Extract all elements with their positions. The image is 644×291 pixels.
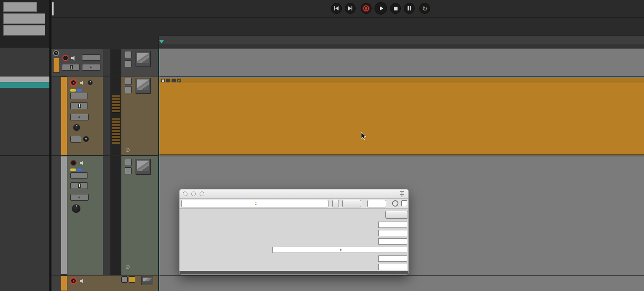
record-arm-button[interactable] [70, 160, 77, 166]
fx-window-titlebar[interactable] [180, 189, 408, 199]
fx-chain-item-midi-taps-repeater[interactable] [0, 77, 49, 82]
highest-key-slider[interactable] [272, 264, 375, 270]
toolbar-splitter-handle[interactable] [52, 2, 54, 15]
solo-button[interactable] [125, 86, 132, 93]
fx-window-footer[interactable] [180, 271, 408, 275]
solo-button[interactable] [125, 60, 132, 67]
record-arm-button[interactable] [62, 55, 69, 61]
folder-collapse-button[interactable]: ▾ [53, 50, 59, 56]
item-pool-icon[interactable]: ⇄ [177, 79, 181, 82]
trim-button[interactable]: ∧ [82, 64, 100, 71]
mute-button[interactable] [125, 159, 132, 166]
velocity-scale-slider[interactable] [272, 239, 375, 244]
input-channel-dropdown[interactable]: ▲▼ [272, 247, 407, 253]
lane-track-2[interactable] [159, 49, 644, 76]
mute-button[interactable] [125, 51, 132, 58]
lane-track-3[interactable]: ⇄ [159, 77, 644, 156]
param-button[interactable] [342, 200, 361, 207]
fx-plugin-window[interactable]: ▲▼ [179, 189, 409, 275]
play-cursor-line[interactable] [159, 48, 159, 291]
timeline-ruler[interactable] [158, 36, 644, 48]
play-button[interactable] [375, 2, 387, 15]
docker-tile[interactable] [3, 13, 45, 24]
input-button[interactable] [70, 136, 81, 143]
window-zoom-button[interactable] [200, 191, 204, 196]
route-button[interactable] [70, 172, 88, 179]
taps-slider[interactable] [272, 230, 375, 236]
highest-key-value[interactable] [378, 264, 407, 270]
track-scope-display[interactable] [136, 78, 151, 94]
fx-enabled-checkbox[interactable] [401, 200, 407, 206]
stop-button[interactable] [390, 3, 401, 14]
midi-item-body[interactable] [159, 83, 644, 154]
record-arm-button[interactable] [70, 79, 77, 86]
velocity-scale-value[interactable] [378, 238, 407, 245]
track-scope-display[interactable] [136, 159, 151, 175]
lowest-key-value[interactable] [378, 255, 407, 262]
fx-chain-item-sitala[interactable] [0, 82, 49, 88]
edit-button[interactable] [385, 211, 408, 219]
go-to-start-button[interactable] [331, 3, 342, 14]
route-button[interactable] [82, 54, 100, 61]
pan-knob[interactable] [73, 124, 80, 131]
pin-icon[interactable] [399, 191, 405, 197]
speaker-icon[interactable] [71, 56, 77, 61]
go-to-end-button[interactable] [345, 3, 356, 14]
volume-knob[interactable] [72, 204, 81, 213]
speaker-icon[interactable] [80, 80, 86, 85]
track-number[interactable] [53, 58, 60, 73]
save-preset-button[interactable] [332, 200, 339, 207]
track-panel-4[interactable]: ∧ ∅ [51, 156, 158, 275]
delay-beats-value[interactable] [378, 222, 407, 228]
preset-dropdown[interactable]: ▲▼ [181, 200, 328, 207]
track-meter[interactable] [110, 156, 121, 275]
solo-button[interactable] [129, 276, 135, 283]
docker-tile[interactable] [3, 2, 37, 12]
record-button[interactable] [361, 3, 372, 14]
track-meter[interactable] [110, 77, 121, 155]
mute-button[interactable] [125, 78, 132, 85]
window-close-button[interactable] [183, 191, 187, 196]
speaker-icon[interactable] [80, 278, 86, 283]
track-number[interactable] [61, 276, 67, 291]
item-mute-badge[interactable] [166, 79, 170, 82]
solo-button[interactable] [125, 167, 132, 174]
input-dropdown-icon[interactable]: ▼ [83, 136, 89, 142]
fx-button[interactable] [70, 182, 88, 189]
delay-beats-slider[interactable] [272, 222, 375, 227]
phase-icon[interactable]: ∅ [126, 147, 130, 153]
wet-dry-knob[interactable] [392, 200, 398, 207]
track-number[interactable] [61, 77, 67, 155]
track-panel-5[interactable] [51, 276, 158, 291]
repeat-button[interactable]: ↻ [419, 3, 430, 14]
loop-icon: ↻ [422, 5, 428, 12]
lowest-key-slider[interactable] [272, 256, 375, 261]
docker-tile[interactable] [3, 25, 45, 36]
track-number[interactable] [61, 156, 67, 275]
midi-item[interactable]: ⇄ [159, 78, 644, 155]
midi-item-header[interactable]: ⇄ [159, 78, 644, 83]
midi-button[interactable] [367, 200, 386, 207]
record-arm-button[interactable] [70, 278, 77, 284]
trim-button[interactable]: ∧ [70, 194, 89, 201]
window-minimize-button[interactable] [191, 191, 196, 196]
item-fx-badge[interactable] [172, 79, 176, 82]
fx-button[interactable] [62, 64, 80, 71]
monitor-knob[interactable] [87, 80, 93, 85]
mute-button[interactable] [121, 276, 128, 283]
play-cursor-marker[interactable] [159, 40, 164, 43]
speaker-icon[interactable] [80, 161, 86, 166]
track-panel-2[interactable]: ▾ ∧ [51, 49, 158, 76]
pause-button[interactable] [404, 3, 415, 14]
track-scope-display[interactable] [136, 51, 151, 67]
phase-icon[interactable]: ∅ [126, 264, 130, 270]
taps-value[interactable] [378, 230, 407, 236]
trim-button[interactable]: ∧ [70, 114, 89, 120]
send-indicator-blue [77, 89, 82, 92]
lane-track-5[interactable] [159, 276, 644, 291]
track-scope-display[interactable] [141, 276, 153, 285]
route-button[interactable] [70, 93, 88, 99]
fx-button[interactable] [70, 102, 88, 109]
item-lock-icon[interactable] [161, 79, 165, 82]
track-panel-3[interactable]: ∧ ▼ ∅ [51, 77, 158, 155]
